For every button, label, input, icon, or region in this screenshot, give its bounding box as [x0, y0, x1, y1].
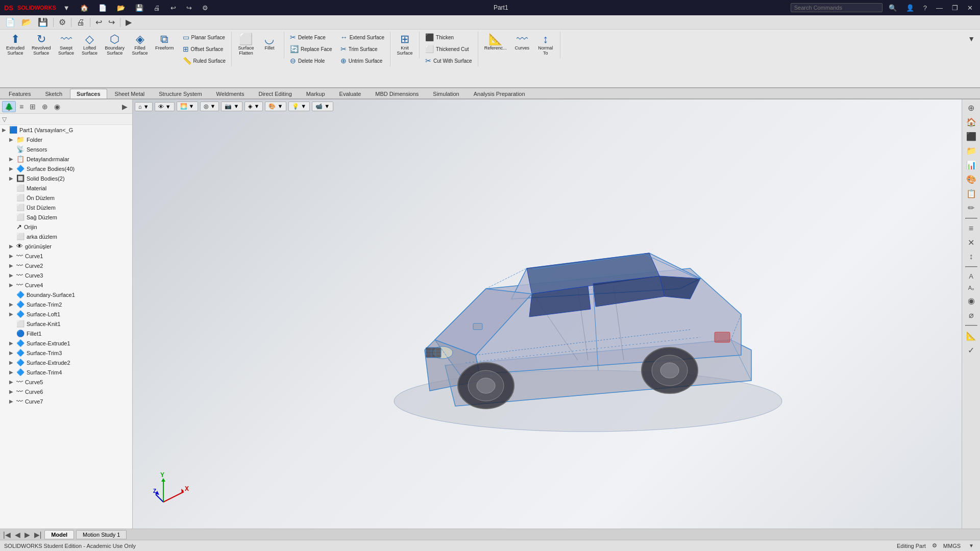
tree-item[interactable]: 📡 Sensors — [0, 144, 132, 154]
tree-item[interactable]: ▶ 〰 Curve4 — [0, 280, 132, 290]
tree-item[interactable]: ▶ 🔷 Surface-Extrude2 — [0, 358, 132, 367]
tab-simulation[interactable]: Simulation — [426, 89, 465, 98]
rp-resize-btn[interactable]: ↕ — [968, 251, 975, 263]
qa-redo-btn[interactable]: ↪ — [106, 16, 117, 28]
tree-item[interactable]: ⬜ arka düzlem — [0, 232, 132, 241]
redo-btn[interactable]: ↪ — [183, 3, 195, 13]
rp-notes-btn[interactable]: 📋 — [965, 187, 978, 200]
rp-solid-btn[interactable]: ⬛ — [965, 130, 978, 143]
tree-item[interactable]: ▶ 〰 Curve5 — [0, 377, 132, 387]
tree-item[interactable]: ↗ Orijin — [0, 222, 132, 232]
untrim-surface-btn[interactable]: ⊕ Untrim Surface — [338, 55, 387, 66]
home-btn[interactable]: 🏠 — [77, 3, 91, 13]
swept-surface-btn[interactable]: 〰 SweptSurface — [55, 32, 78, 58]
display-manager-btn[interactable]: ◉ — [52, 101, 63, 112]
tab-weldments[interactable]: Weldments — [210, 89, 251, 98]
extend-surface-btn[interactable]: ↔ Extend Surface — [338, 32, 387, 43]
vp-lighting-btn[interactable]: 💡 ▼ — [288, 102, 310, 111]
trim-surface-btn[interactable]: ✂ Trim Surface — [338, 43, 387, 55]
undo-btn[interactable]: ↩ — [167, 3, 179, 13]
save-btn[interactable]: 💾 — [132, 3, 146, 13]
rp-diam-btn[interactable]: ⌀ — [967, 309, 975, 321]
nav-first-btn[interactable]: |◀ — [2, 531, 12, 539]
cut-with-surface-btn[interactable]: ✂ Cut With Surface — [423, 55, 475, 66]
lofted-surface-btn[interactable]: ◇ LoftedSurface — [79, 32, 101, 58]
tab-surfaces[interactable]: Surfaces — [70, 89, 107, 98]
tree-item[interactable]: ▶ 🔷 Surface-Loft1 — [0, 309, 132, 319]
qa-rebuild-btn[interactable]: ⚙ — [57, 16, 68, 28]
reference-btn[interactable]: 📐 Referenc... — [481, 32, 510, 53]
tree-item[interactable]: ▶ 〰 Curve2 — [0, 261, 132, 270]
revolved-surface-btn[interactable]: ↻ RevolvedSurface — [29, 32, 54, 58]
tree-item[interactable]: ▶ 🔲 Solid Bodies(2) — [0, 173, 132, 183]
print-btn[interactable]: 🖨 — [151, 3, 163, 13]
file-menu-btn[interactable]: ▼ — [60, 3, 73, 13]
new-btn[interactable]: 📄 — [95, 3, 110, 13]
units-dropdown-btn[interactable]: ▼ — [967, 542, 976, 549]
qa-save-btn[interactable]: 💾 — [36, 16, 50, 28]
nav-last-btn[interactable]: ▶| — [33, 531, 43, 539]
open-btn[interactable]: 📂 — [114, 3, 128, 13]
rp-home-btn[interactable]: 🏠 — [965, 116, 978, 129]
vp-hide-show-btn[interactable]: ◎ ▼ — [200, 102, 219, 111]
thickened-cut-btn[interactable]: ⬜ Thickened Cut — [423, 43, 475, 55]
nav-prev-btn[interactable]: ◀ — [14, 531, 21, 539]
vp-camera-btn[interactable]: 📹 ▼ — [312, 102, 333, 111]
fillet-btn[interactable]: ◡ Fillet — [258, 32, 281, 53]
freeform-btn[interactable]: ⧉ Freeform — [152, 32, 177, 53]
tree-item[interactable]: ▶ 🔷 Surface-Trim4 — [0, 367, 132, 377]
tab-mbd-dimensions[interactable]: MBD Dimensions — [369, 89, 425, 98]
tree-item[interactable]: ▶ 🔷 Surface-Extrude1 — [0, 338, 132, 348]
tab-analysis-preparation[interactable]: Analysis Preparation — [467, 89, 532, 98]
tree-item[interactable]: ▶ 📋 Detaylandırmalar — [0, 154, 132, 164]
thicken-btn[interactable]: ⬛ Thicken — [423, 32, 475, 43]
panel-expand-btn[interactable]: ▶ — [119, 101, 130, 112]
surface-flatten-btn[interactable]: ⬜ SurfaceFlatten — [235, 32, 257, 58]
search-btn[interactable]: 🔍 — [886, 3, 900, 13]
replace-face-btn[interactable]: 🔄 Replace Face — [287, 43, 335, 55]
vp-scene-btn[interactable]: 🌅 ▼ — [177, 102, 198, 111]
tab-sketch[interactable]: Sketch — [38, 89, 69, 98]
offset-surface-btn[interactable]: ⊞ Offset Surface — [180, 43, 228, 55]
ruled-surface-btn[interactable]: 📏 Ruled Surface — [180, 55, 228, 66]
tab-sheet-metal[interactable]: Sheet Metal — [108, 89, 152, 98]
tab-structure-system[interactable]: Structure System — [152, 89, 208, 98]
dim-expert-btn[interactable]: ⊕ — [39, 101, 51, 112]
qa-undo-btn[interactable]: ↩ — [93, 16, 104, 28]
qa-open-btn[interactable]: 📂 — [19, 16, 34, 28]
rp-close-btn[interactable]: ✕ — [966, 236, 976, 249]
qa-print-btn[interactable]: 🖨 — [75, 17, 87, 28]
rp-settings-btn[interactable]: ≡ — [967, 222, 975, 235]
tab-markup[interactable]: Markup — [300, 89, 332, 98]
vp-appearance-btn[interactable]: 🎨 ▼ — [265, 102, 286, 111]
search-input[interactable] — [791, 3, 883, 12]
rp-view-btn[interactable]: ⊕ — [966, 102, 976, 114]
maximize-btn[interactable]: ❐ — [949, 3, 961, 13]
feature-tree-btn[interactable]: 🌲 — [2, 101, 16, 112]
vp-section-btn[interactable]: ◈ ▼ — [244, 102, 263, 111]
tree-item[interactable]: ⬜ Sağ Düzlem — [0, 212, 132, 222]
tab-features[interactable]: Features — [2, 89, 37, 98]
planar-surface-btn[interactable]: ▭ Planar Surface — [180, 32, 228, 43]
delete-hole-btn[interactable]: ⊖ Delete Hole — [287, 55, 335, 66]
tree-item[interactable]: ▶ 〰 Curve6 — [0, 387, 132, 396]
tree-item[interactable]: ▶ 〰 Curve7 — [0, 396, 132, 406]
tree-item[interactable]: 🔵 Fillet1 — [0, 329, 132, 338]
tree-item[interactable]: ▶ 🔷 Surface-Trim2 — [0, 299, 132, 309]
tree-item[interactable]: ⬜ Ön Düzlem — [0, 193, 132, 203]
vp-view-settings-btn[interactable]: 📷 ▼ — [221, 102, 242, 111]
tree-item[interactable]: ▶ 👁 görünüşler — [0, 241, 132, 251]
nav-next-btn[interactable]: ▶ — [23, 531, 31, 539]
close-btn[interactable]: ✕ — [964, 3, 976, 13]
minimize-btn[interactable]: — — [933, 3, 946, 13]
extruded-surface-btn[interactable]: ⬆ ExtrudedSurface — [3, 32, 28, 58]
vp-view-orientation-btn[interactable]: ⌂ ▼ — [135, 102, 153, 111]
tree-item[interactable]: ⬜ Material — [0, 183, 132, 193]
rp-circle-btn[interactable]: ◉ — [966, 294, 976, 307]
tree-item[interactable]: ▶ 🔷 Surface Bodies(40) — [0, 164, 132, 173]
tree-item[interactable]: ▶ 🔷 Surface-Trim3 — [0, 348, 132, 358]
tree-item[interactable]: ▶ 〰 Curve1 — [0, 251, 132, 261]
help-btn[interactable]: ? — [920, 3, 930, 13]
rp-measure-btn[interactable]: 📐 — [965, 330, 978, 342]
qa-run-btn[interactable]: ▶ — [124, 16, 134, 28]
